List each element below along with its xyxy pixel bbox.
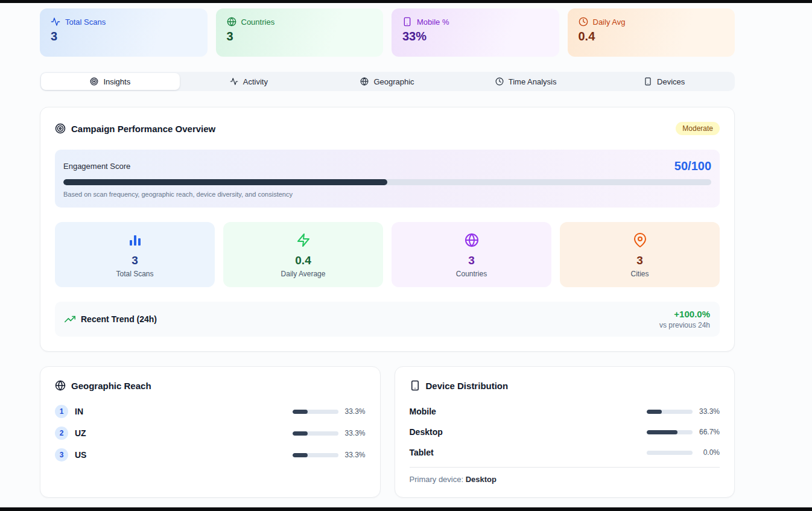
map-pin-icon: [633, 232, 647, 248]
primary-device-value: Desktop: [466, 475, 496, 484]
target-icon: [90, 77, 98, 86]
geo-progress-bar: [293, 431, 338, 436]
stat-label: Mobile %: [417, 17, 449, 27]
tab-devices[interactable]: Devices: [595, 73, 734, 90]
mini-stat-cities: 3 Cities: [560, 222, 720, 287]
activity-icon: [51, 17, 60, 27]
status-badge: Moderate: [676, 122, 720, 135]
device-name: Desktop: [410, 427, 443, 437]
tab-bar: Insights Activity Geographic Time Analys…: [40, 72, 735, 91]
dashboard-page: Total Scans 3 Countries 3 Mobile % 33%: [40, 0, 735, 498]
card-title: Campaign Performance Overview: [71, 124, 215, 134]
device-progress-bar: [647, 410, 693, 414]
device-row: Desktop 66.7%: [410, 425, 720, 439]
geo-progress-fill: [293, 453, 308, 457]
mini-stat-row: 3 Total Scans 0.4 Daily Average 3 Countr…: [55, 222, 720, 287]
mini-stat-value: 3: [65, 254, 205, 267]
globe-icon: [227, 17, 236, 27]
rank-badge: 2: [55, 427, 68, 440]
stat-label: Countries: [241, 17, 275, 27]
mini-stat-countries: 3 Countries: [392, 222, 551, 287]
engagement-score-section: Engagement Score 50/100 Based on scan fr…: [55, 150, 720, 208]
mini-stat-label: Total Scans: [65, 270, 205, 278]
mini-stat-label: Cities: [569, 270, 710, 278]
stat-value: 33%: [402, 30, 548, 43]
stat-value: 0.4: [579, 30, 725, 43]
stat-card-total-scans: Total Scans 3: [40, 8, 208, 57]
country-code: US: [75, 450, 86, 460]
tab-insights[interactable]: Insights: [41, 73, 180, 90]
device-row: Tablet 0.0%: [410, 446, 720, 459]
stat-label: Total Scans: [65, 17, 106, 27]
geo-row: 3 US 33.3%: [55, 448, 366, 462]
mini-stat-value: 3: [569, 254, 710, 267]
mini-stat-daily-average: 0.4 Daily Average: [223, 222, 383, 287]
rank-badge: 3: [55, 448, 68, 462]
geo-percent: 33.3%: [344, 451, 366, 459]
tab-activity[interactable]: Activity: [180, 73, 319, 90]
primary-device-footer: Primary device: Desktop: [410, 467, 720, 484]
stat-card-mobile-percent: Mobile % 33%: [392, 8, 559, 57]
engagement-label: Engagement Score: [63, 162, 130, 171]
globe-icon: [360, 77, 369, 86]
geo-progress-bar: [293, 410, 338, 414]
bottom-panel-row: Geographic Reach 1 IN 33.3% 2 U: [40, 366, 735, 498]
device-progress-fill: [647, 430, 677, 434]
geo-progress-fill: [293, 410, 308, 414]
bottom-edge-bar: [0, 507, 812, 511]
smartphone-icon: [402, 17, 412, 27]
stat-value: 3: [227, 30, 373, 43]
engagement-caption: Based on scan frequency, geographic reac…: [63, 191, 711, 198]
mini-stat-total-scans: 3 Total Scans: [55, 222, 215, 287]
engagement-progress-fill: [63, 179, 387, 185]
geo-progress-bar: [293, 453, 338, 457]
target-icon: [55, 123, 66, 134]
device-percent: 0.0%: [698, 448, 720, 457]
globe-icon: [55, 380, 66, 391]
tab-label: Activity: [243, 77, 268, 86]
tab-geographic[interactable]: Geographic: [318, 73, 457, 90]
device-percent: 33.3%: [698, 407, 720, 416]
geo-row: 2 UZ 33.3%: [55, 427, 366, 440]
mini-stat-value: 3: [401, 254, 542, 267]
clock-icon: [579, 17, 588, 27]
clock-icon: [495, 77, 504, 86]
trend-label: Recent Trend (24h): [81, 314, 157, 324]
stat-label: Daily Avg: [593, 17, 626, 27]
rank-badge: 1: [55, 405, 68, 418]
trend-value: +100.0%: [659, 309, 710, 319]
tab-label: Time Analysis: [509, 77, 557, 86]
engagement-progress-bar: [63, 179, 711, 185]
smartphone-icon: [410, 380, 420, 391]
smartphone-icon: [644, 77, 652, 86]
tab-label: Devices: [657, 77, 685, 86]
device-name: Mobile: [410, 407, 436, 416]
panel-title: Geographic Reach: [71, 381, 151, 391]
device-progress-bar: [647, 430, 693, 434]
device-name: Tablet: [410, 448, 434, 457]
bar-chart-icon: [128, 232, 142, 248]
primary-device-label: Primary device:: [410, 475, 464, 484]
device-distribution-card: Device Distribution Mobile 33.3% Desktop…: [395, 366, 735, 498]
mini-stat-value: 0.4: [233, 254, 373, 267]
engagement-score: 50/100: [674, 159, 711, 173]
tab-label: Geographic: [373, 77, 414, 86]
geo-percent: 33.3%: [344, 429, 366, 437]
activity-icon: [230, 77, 238, 86]
geo-row: 1 IN 33.3%: [55, 405, 366, 418]
stat-card-row: Total Scans 3 Countries 3 Mobile % 33%: [40, 8, 735, 57]
stat-card-countries: Countries 3: [216, 8, 384, 57]
zap-icon: [296, 232, 311, 248]
top-edge-bar: [0, 0, 812, 3]
tab-time-analysis[interactable]: Time Analysis: [457, 73, 595, 90]
stat-value: 3: [51, 30, 197, 43]
device-row: Mobile 33.3%: [410, 405, 720, 418]
geo-progress-fill: [293, 431, 308, 436]
geo-percent: 33.3%: [344, 407, 366, 416]
country-code: UZ: [75, 428, 86, 438]
device-percent: 66.7%: [698, 428, 720, 436]
trending-up-icon: [65, 314, 75, 325]
device-progress-bar: [647, 451, 693, 455]
tab-label: Insights: [103, 77, 130, 86]
stat-card-daily-avg: Daily Avg 0.4: [568, 8, 735, 57]
